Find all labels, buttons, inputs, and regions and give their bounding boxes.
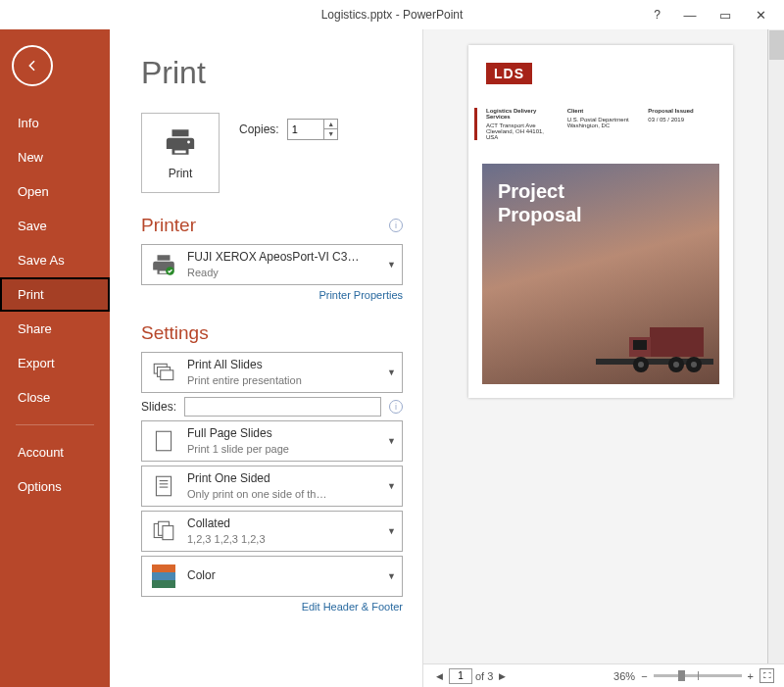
- next-page-button[interactable]: ▶: [496, 671, 509, 681]
- color-select[interactable]: Color ▼: [141, 556, 403, 597]
- svg-rect-3: [161, 370, 173, 380]
- print-range-select[interactable]: Print All Slides Print entire presentati…: [141, 352, 403, 393]
- page-current-input[interactable]: [449, 668, 472, 684]
- sidebar-item-options[interactable]: Options: [0, 469, 110, 504]
- chevron-down-icon: ▼: [387, 526, 396, 536]
- collated-title: Collated: [187, 516, 379, 532]
- backstage-sidebar: Info New Open Save Save As Print Share E…: [0, 29, 110, 687]
- sided-select[interactable]: Print One Sided Only print on one side o…: [141, 466, 403, 507]
- sidebar-item-saveas[interactable]: Save As: [0, 243, 110, 277]
- sidebar-item-account[interactable]: Account: [0, 435, 110, 469]
- prev-page-button[interactable]: ◀: [433, 671, 446, 681]
- svg-rect-11: [163, 526, 173, 540]
- layout-sub: Print 1 slide per page: [187, 442, 379, 456]
- arrow-left-icon: [24, 57, 41, 74]
- copies-label: Copies:: [239, 123, 279, 136]
- collated-sub: 1,2,3 1,2,3 1,2,3: [187, 532, 379, 546]
- sided-title: Print One Sided: [187, 471, 379, 487]
- svg-rect-12: [650, 327, 704, 357]
- hero-title-line1: Project: [498, 179, 582, 203]
- settings-heading: Settings: [141, 322, 209, 344]
- zoom-label: 36%: [613, 670, 635, 682]
- slide-col2-l2: Washington, DC: [567, 123, 635, 128]
- slide-col2-head: Client: [567, 108, 635, 114]
- printer-properties-link[interactable]: Printer Properties: [141, 289, 403, 301]
- sidebar-item-print[interactable]: Print: [0, 277, 110, 312]
- print-range-title: Print All Slides: [187, 358, 379, 373]
- sidebar-item-close[interactable]: Close: [0, 380, 110, 415]
- sidebar-item-open[interactable]: Open: [0, 174, 110, 209]
- sidebar-item-export[interactable]: Export: [0, 346, 110, 380]
- collated-icon: [151, 518, 176, 544]
- sidebar-separator: [16, 424, 94, 425]
- printer-status: Ready: [187, 266, 379, 279]
- chevron-down-icon: ▼: [387, 571, 396, 581]
- print-button[interactable]: Print: [141, 113, 220, 193]
- printer-info-icon[interactable]: i: [389, 219, 403, 232]
- slide-col1-l2: Cleveland, OH 44101, USA: [486, 128, 554, 140]
- scrollbar-thumb[interactable]: [769, 30, 784, 60]
- svg-point-17: [638, 362, 644, 368]
- preview-scrollbar[interactable]: [767, 29, 784, 663]
- slide-col3-head: Proposal Issued: [648, 108, 715, 114]
- slide-col3-l1: 03 / 05 / 2019: [648, 117, 715, 123]
- print-preview: LDS Logistics Delivery Services ACT Tran…: [423, 29, 784, 687]
- zoom-slider[interactable]: [654, 674, 742, 677]
- page-icon: [151, 428, 176, 454]
- printer-select[interactable]: FUJI XEROX ApeosPort-VI C3… Ready ▼: [141, 244, 403, 285]
- sidebar-item-new[interactable]: New: [0, 140, 110, 174]
- close-button[interactable]: ✕: [743, 8, 778, 23]
- chevron-down-icon: ▼: [387, 481, 396, 491]
- printer-name: FUJI XEROX ApeosPort-VI C3…: [187, 250, 379, 266]
- svg-rect-4: [156, 431, 171, 451]
- sidebar-item-save[interactable]: Save: [0, 209, 110, 243]
- sided-sub: Only print on one side of th…: [187, 487, 379, 501]
- copies-down[interactable]: ▼: [324, 129, 338, 139]
- printer-large-icon: [164, 125, 197, 159]
- slide-col1-head: Logistics Delivery Services: [486, 108, 554, 120]
- sidebar-item-info[interactable]: Info: [0, 106, 110, 140]
- color-swatch-icon: [152, 564, 175, 588]
- window-title: Logistics.pptx - PowerPoint: [321, 8, 464, 22]
- slide-logo: LDS: [486, 63, 532, 84]
- page-total: of 3: [475, 670, 493, 682]
- one-sided-icon: [151, 473, 176, 499]
- printer-heading: Printer: [141, 215, 196, 236]
- copies-input[interactable]: [288, 122, 323, 137]
- print-settings-panel: Print Print Copies: ▲ ▼: [110, 29, 423, 687]
- chevron-down-icon: ▼: [387, 260, 396, 270]
- sidebar-item-share[interactable]: Share: [0, 312, 110, 346]
- layout-select[interactable]: Full Page Slides Print 1 slide per page …: [141, 420, 403, 462]
- slides-label: Slides:: [141, 400, 176, 414]
- color-title: Color: [187, 568, 379, 584]
- slides-input[interactable]: [184, 397, 381, 417]
- print-range-sub: Print entire presentation: [187, 373, 379, 387]
- help-button[interactable]: ?: [654, 8, 661, 22]
- print-button-label: Print: [169, 167, 193, 180]
- hero-title-line2: Proposal: [498, 203, 582, 226]
- edit-header-footer-link[interactable]: Edit Header & Footer: [141, 601, 403, 613]
- printer-icon: [151, 252, 176, 277]
- svg-rect-14: [633, 340, 647, 350]
- svg-point-19: [673, 362, 679, 368]
- layout-title: Full Page Slides: [187, 426, 379, 442]
- slides-info-icon[interactable]: i: [389, 400, 403, 414]
- chevron-down-icon: ▼: [387, 368, 396, 377]
- zoom-in-button[interactable]: +: [748, 670, 754, 682]
- page-title: Print: [141, 55, 403, 91]
- svg-point-21: [691, 362, 697, 368]
- chevron-down-icon: ▼: [387, 436, 396, 446]
- restore-button[interactable]: ▭: [708, 8, 743, 23]
- slide-preview-1: LDS Logistics Delivery Services ACT Tran…: [468, 45, 733, 398]
- back-button[interactable]: [12, 45, 53, 86]
- preview-footer: ◀ of 3 ▶ 36% − + ⛶: [423, 663, 784, 687]
- truck-icon: [596, 319, 713, 378]
- fit-to-window-button[interactable]: ⛶: [760, 668, 774, 683]
- zoom-out-button[interactable]: −: [641, 670, 647, 682]
- copies-up[interactable]: ▲: [324, 120, 338, 129]
- collated-select[interactable]: Collated 1,2,3 1,2,3 1,2,3 ▼: [141, 511, 403, 552]
- slides-icon: [151, 360, 176, 385]
- slide-hero: Project Proposal: [482, 164, 719, 384]
- minimize-button[interactable]: —: [672, 8, 708, 23]
- copies-spinner[interactable]: ▲ ▼: [287, 119, 338, 140]
